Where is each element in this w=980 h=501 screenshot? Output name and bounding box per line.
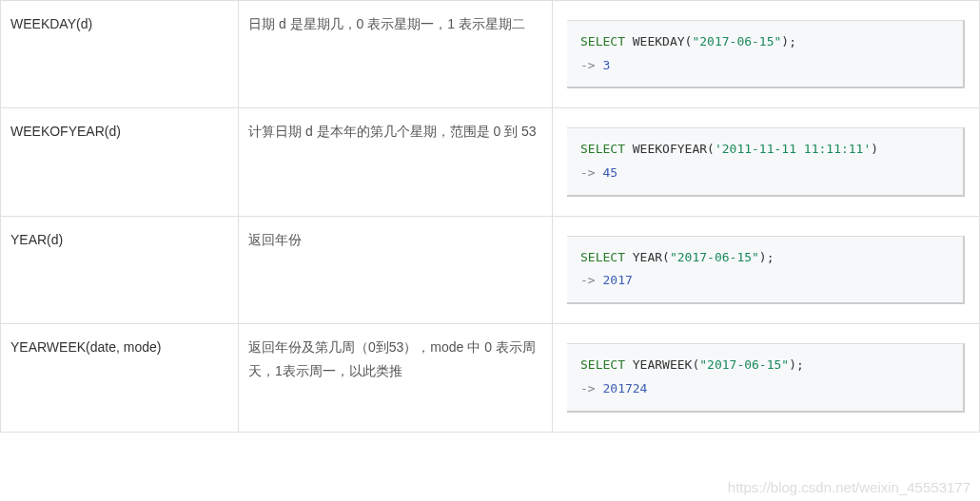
code-block: SELECT YEAR("2017-06-15"); -> 2017 [567, 236, 965, 304]
function-desc-cell: 计算日期 d 是本年的第几个星期，范围是 0 到 53 [239, 108, 553, 216]
function-example-cell: SELECT YEARWEEK("2017-06-15"); -> 201724 [553, 324, 980, 432]
code-block: SELECT WEEKOFYEAR('2011-11-11 11:11:11')… [567, 127, 965, 196]
function-name-cell: YEARWEEK(date, mode) [1, 324, 239, 432]
table-row: YEAR(d)返回年份SELECT YEAR("2017-06-15"); ->… [1, 216, 980, 323]
code-block: SELECT WEEKDAY("2017-06-15"); -> 3 [567, 20, 965, 88]
function-desc-cell: 返回年份及第几周（0到53），mode 中 0 表示周天，1表示周一，以此类推 [239, 324, 553, 432]
table-row: WEEKOFYEAR(d)计算日期 d 是本年的第几个星期，范围是 0 到 53… [1, 108, 980, 216]
function-example-cell: SELECT WEEKOFYEAR('2011-11-11 11:11:11')… [553, 108, 980, 216]
code-block: SELECT YEARWEEK("2017-06-15"); -> 201724 [567, 343, 965, 412]
function-reference-table: WEEKDAY(d)日期 d 是星期几，0 表示星期一，1 表示星期二SELEC… [0, 0, 980, 433]
function-name-cell: YEAR(d) [1, 216, 239, 323]
table-row: WEEKDAY(d)日期 d 是星期几，0 表示星期一，1 表示星期二SELEC… [1, 1, 980, 108]
function-desc-cell: 返回年份 [239, 216, 553, 323]
function-name-cell: WEEKDAY(d) [1, 1, 239, 108]
function-desc-cell: 日期 d 是星期几，0 表示星期一，1 表示星期二 [239, 1, 553, 108]
function-name-cell: WEEKOFYEAR(d) [1, 108, 239, 216]
table-row: YEARWEEK(date, mode)返回年份及第几周（0到53），mode … [1, 324, 980, 432]
function-example-cell: SELECT YEAR("2017-06-15"); -> 2017 [553, 216, 980, 323]
function-example-cell: SELECT WEEKDAY("2017-06-15"); -> 3 [553, 1, 980, 108]
